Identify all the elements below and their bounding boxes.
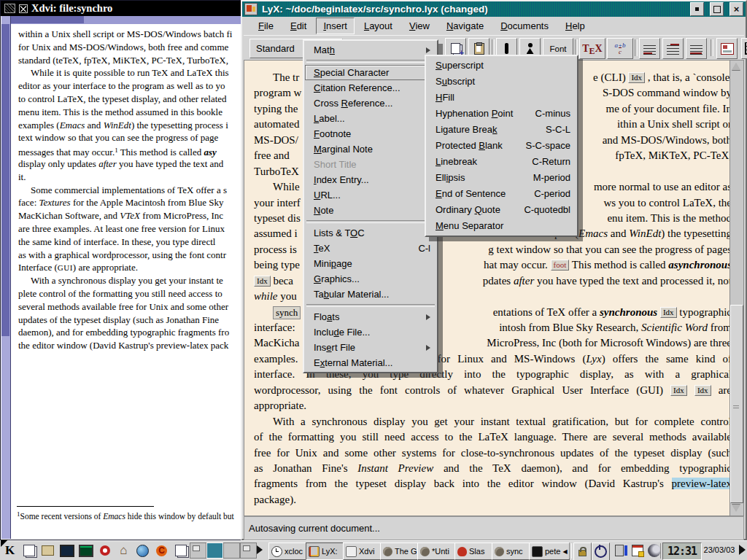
menu-item-end-of-sentence[interactable]: End of SentenceC-period: [427, 186, 576, 202]
menu-item-external-material[interactable]: External Material...: [305, 355, 436, 370]
menu-item-superscript[interactable]: Superscript: [427, 58, 576, 74]
xdvi-vscroll-thumb[interactable]: [1, 24, 9, 336]
task-button-the-g[interactable]: The G: [380, 542, 421, 560]
task-scroll-left-icon[interactable]: [257, 545, 263, 554]
scroll-up-icon[interactable]: [731, 61, 741, 71]
menu-item-floats[interactable]: Floats: [305, 309, 436, 324]
menu-item-tex[interactable]: TeXC-l: [305, 241, 436, 256]
menu-item-graphics[interactable]: Graphics...: [305, 271, 436, 287]
depth-button[interactable]: [686, 38, 707, 59]
footnote-inset-button[interactable]: foot: [551, 260, 570, 271]
menu-item-index-entry[interactable]: Index Entry...: [305, 172, 436, 187]
menu-item-citation-reference[interactable]: Citation Reference...: [305, 80, 436, 96]
index-inset-button[interactable]: Idx: [694, 385, 711, 396]
lyx-titlebar[interactable]: LyX: ~/doc/beginlatex/src/synchro.lyx (c…: [242, 1, 746, 17]
index-inset-button[interactable]: Idx: [254, 276, 271, 287]
klipper-applet[interactable]: [610, 542, 628, 559]
menu-item-footnote[interactable]: Footnote: [305, 126, 436, 141]
menu-item-hfill[interactable]: HFill: [427, 90, 576, 106]
xdvi-iconify-icon[interactable]: [19, 4, 28, 13]
menu-item-note[interactable]: Note: [305, 203, 436, 218]
menubar-navigate[interactable]: Navigate: [439, 18, 491, 34]
menu-item-minipage[interactable]: Minipage: [305, 256, 436, 271]
screen-launcher-button[interactable]: [58, 542, 76, 559]
menu-item-marginal-note[interactable]: Marginal Note: [305, 141, 436, 157]
maximize-button[interactable]: [710, 2, 724, 16]
terminal-launcher-button[interactable]: [77, 542, 95, 559]
menubar-documents[interactable]: Documents: [493, 18, 556, 34]
package-launcher-button[interactable]: [39, 542, 57, 559]
tex-mode-button[interactable]: TEX: [579, 38, 605, 59]
menu-item-label[interactable]: Label...: [305, 111, 436, 126]
scrollbar-thumb[interactable]: [730, 305, 743, 503]
desktop-pager[interactable]: [190, 542, 257, 559]
menubar-layout[interactable]: Layout: [357, 18, 400, 34]
menu-item-ellipsis[interactable]: EllipsisM-period: [427, 170, 576, 186]
k-menu-button[interactable]: K: [1, 542, 19, 559]
xdvi-hscroll-thumb[interactable]: [10, 16, 84, 23]
menu-item-subscript[interactable]: Subscript: [427, 74, 576, 90]
lock-screen-button[interactable]: [573, 542, 592, 560]
menu-item-url[interactable]: URL...: [305, 187, 436, 203]
menu-item-ordinary-quote[interactable]: Ordinary QuoteC-quotedbl: [427, 202, 576, 218]
layout-combo-value: Standard: [256, 43, 295, 54]
documents-launcher-button[interactable]: [171, 542, 190, 559]
home-launcher-button[interactable]: ⌂: [115, 542, 133, 559]
menu-item-math[interactable]: Math: [305, 42, 436, 58]
menu-item-special-character[interactable]: Special Character: [305, 65, 436, 80]
menu-item-linebreak[interactable]: LinebreakC-Return: [427, 154, 576, 170]
menubar-insert[interactable]: Insert: [316, 18, 355, 34]
menu-item-lists-toc[interactable]: Lists & TOC: [305, 225, 436, 241]
xdvi-titlebar[interactable]: Xdvi: file:synchro: [1, 1, 245, 16]
index-inset-button[interactable]: Idx: [628, 72, 645, 83]
index-inset-button[interactable]: Idx: [660, 307, 677, 318]
insert-figure-button[interactable]: [716, 38, 738, 59]
menu-item-menu-separator[interactable]: Menu Separator: [427, 218, 576, 234]
menubar-help[interactable]: Help: [558, 18, 592, 34]
menu-item-ligature-break[interactable]: Ligature BreakS-C-L: [427, 122, 576, 138]
task-button-pete[interactable]: pete◀: [529, 542, 570, 560]
pager-desktop-1[interactable]: [190, 542, 206, 559]
index-inset-button[interactable]: Idx: [670, 385, 687, 396]
task-button-xcloc[interactable]: xcloc: [268, 542, 309, 560]
menu-item-tabular-material[interactable]: Tabular Material...: [305, 287, 436, 302]
margin-note-button[interactable]: [662, 38, 684, 59]
statusbar: Autosaving current document...: [244, 516, 744, 540]
document-scrollbar[interactable]: [729, 60, 744, 516]
minimize-button[interactable]: [690, 2, 704, 16]
open-inset-box[interactable]: synch: [273, 306, 301, 319]
menu-item-insert-file[interactable]: Insert File: [305, 340, 436, 355]
menu-item-hyphenation-point[interactable]: Hyphenation PointC-minus: [427, 106, 576, 122]
news-launcher-button[interactable]: C: [152, 542, 171, 559]
daemon-icon: [457, 547, 467, 556]
menu-item-protected-blank[interactable]: Protected BlankS-C-space: [427, 138, 576, 154]
menu-item-cross-reference[interactable]: Cross Reference...: [305, 96, 436, 111]
task-button-unti[interactable]: *Unti: [417, 542, 458, 560]
panel-hide-icon[interactable]: [739, 545, 746, 555]
help-launcher-button[interactable]: [96, 542, 114, 559]
math-mode-button[interactable]: a+bc: [607, 38, 633, 59]
menu-item-include-file[interactable]: Include File...: [305, 324, 436, 340]
menubar-view[interactable]: View: [402, 18, 437, 34]
task-button-xdvi[interactable]: Xdvi: [343, 542, 384, 560]
task-button-sync[interactable]: sync: [492, 542, 533, 560]
margin-note-icon: [667, 43, 679, 55]
insert-table-button[interactable]: [741, 38, 747, 59]
organizer-applet[interactable]: [628, 542, 646, 559]
browser-launcher-button[interactable]: [133, 542, 152, 559]
scroll-down-icon[interactable]: [731, 503, 741, 513]
menubar-file[interactable]: File: [251, 18, 281, 34]
close-button[interactable]: ×: [729, 2, 743, 16]
files-launcher-button[interactable]: [20, 542, 38, 559]
task-button-slas[interactable]: Slas: [454, 542, 495, 560]
logout-button[interactable]: [592, 542, 610, 560]
pager-desktop-4[interactable]: [240, 542, 257, 559]
footnote-button[interactable]: [639, 38, 660, 59]
pager-desktop-3[interactable]: [223, 542, 240, 559]
xdvi-vertical-scrollbar[interactable]: [1, 16, 11, 539]
pager-desktop-2[interactable]: [206, 542, 223, 559]
digital-clock[interactable]: 12:31: [662, 542, 702, 560]
task-button-lyx[interactable]: LyX:: [306, 542, 347, 560]
document-line: package).: [254, 492, 732, 508]
menubar-edit[interactable]: Edit: [283, 18, 314, 34]
